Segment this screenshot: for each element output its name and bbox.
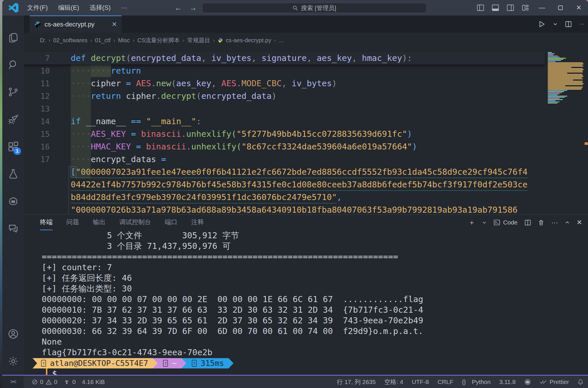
breadcrumb-item[interactable]: D: (40, 37, 46, 44)
run-debug-icon[interactable] (2, 105, 24, 133)
eol-status[interactable]: CRLF (438, 379, 453, 385)
terminal-line: 5 个文件 305,912 字节 (24, 230, 588, 241)
breadcrumb-item[interactable]: CS流量分析脚本 (137, 37, 180, 44)
run-python-file-icon[interactable] (538, 20, 545, 28)
editor-more-actions-icon[interactable]: ··· (579, 22, 584, 27)
tab-cs-aes-decrypt[interactable]: cs-aes-decrypt.py ✕ (30, 16, 122, 33)
search-sidebar-icon[interactable] (2, 51, 24, 78)
testing-icon[interactable] (2, 160, 24, 187)
panel-tab-5[interactable]: 注释 (191, 215, 204, 230)
breadcrumb[interactable]: D:›02_softwares›01_ctf›Misc›CS流量分析脚本›常规题… (24, 33, 588, 48)
menu-item[interactable]: 文件(F) (23, 2, 52, 13)
code-line[interactable]: 14if __name__ == "__main__": (24, 115, 545, 128)
comments-icon[interactable] (2, 215, 24, 242)
split-terminal-icon[interactable] (524, 219, 531, 226)
breadcrumb-item[interactable]: ... (279, 37, 284, 44)
breadcrumb-item[interactable]: cs-aes-decrypt.py (226, 37, 271, 44)
panel-tab-terminal[interactable]: 终端 (40, 215, 53, 230)
maximize-panel-icon[interactable] (565, 220, 570, 225)
extensions-badge: 1 (14, 147, 21, 155)
breadcrumb-item[interactable]: 常规题目 (187, 37, 210, 44)
remote-indicator[interactable]: >< (2, 376, 24, 388)
minimize-button[interactable]: — (533, 0, 551, 16)
panel-tab-1[interactable]: 问题 (66, 215, 79, 230)
code-line[interactable]: 7def decrypt(encrypted_data, iv_bytes, s… (24, 52, 545, 64)
menu-item[interactable]: ··· (117, 3, 131, 13)
kill-terminal-icon[interactable] (538, 219, 544, 226)
terminal-instance-label: Code (503, 219, 518, 226)
code-line[interactable]: 04422e1f4b7757b992c9784b76bf45e58b3f4315… (24, 178, 545, 191)
minimap-row (548, 83, 584, 84)
panel-tab-3[interactable]: 调试控制台 (119, 215, 151, 230)
python-version[interactable]: 3.11.8 (499, 379, 516, 385)
terminal-line: None (24, 337, 588, 347)
cursor-position[interactable]: 行 17, 列 2635 (337, 378, 376, 386)
terminal-dropdown-icon[interactable] (482, 220, 487, 225)
terminal-line: 00000030: 66 32 39 64 39 7D 6F 00 6D 00 … (24, 326, 588, 337)
breadcrumb-item[interactable]: 01_ctf (95, 37, 110, 44)
tab-close-icon[interactable]: ✕ (112, 21, 117, 28)
command-center-search[interactable]: 搜索 [管理员] (202, 3, 426, 13)
settings-gear-icon[interactable] (2, 347, 24, 375)
minimap[interactable] (548, 52, 587, 104)
minimap-row (548, 101, 560, 102)
close-window-button[interactable]: ✕ (570, 0, 588, 16)
breadcrumb-item[interactable]: 02_softwares (53, 37, 87, 44)
explorer-icon[interactable] (2, 24, 24, 51)
formatter-status[interactable]: Prettier (540, 379, 569, 385)
code-line[interactable]: 12····return cipher.decrypt(encrypted_da… (24, 90, 545, 102)
breadcrumb-item[interactable]: Misc (118, 37, 130, 44)
code-line[interactable]: 13 (24, 102, 545, 115)
minimap-row (548, 61, 556, 62)
code-line[interactable]: "0000007026b33a71a978b63ad688a89b3458a64… (24, 203, 545, 214)
code-text: 04422e1f4b7757b992c9784b76bf45e58b3f4315… (57, 180, 528, 189)
minimap-row (548, 87, 583, 87)
code-line[interactable]: 15····AES_KEY = binascii.unhexlify("5f27… (24, 128, 545, 140)
run-dropdown-icon[interactable] (553, 22, 558, 26)
minimap-row (548, 74, 582, 75)
extensions-icon[interactable]: 1 (2, 133, 24, 160)
copilot-icon[interactable] (2, 187, 24, 215)
toggle-sidebar-icon[interactable] (473, 0, 488, 16)
new-terminal-icon[interactable]: ＋ (468, 218, 475, 227)
line-number: 17 (24, 155, 57, 164)
code-line[interactable]: 16····HMAC_KEY = binascii.unhexlify("8c6… (24, 140, 545, 153)
customize-layout-icon[interactable] (518, 0, 533, 16)
chevron-right-icon: › (274, 37, 276, 43)
account-icon[interactable] (2, 320, 24, 347)
code-line[interactable]: ["0000007023a91fee1e47eee0f0f6b41121e2fc… (24, 166, 545, 178)
minimap-row (548, 96, 567, 97)
code-editor[interactable]: 7def decrypt(encrypted_data, iv_bytes, s… (24, 48, 588, 214)
ports-status[interactable]: 0 (64, 379, 76, 385)
language-mode[interactable]: { } Python (462, 379, 491, 385)
encoding-status[interactable]: UTF-8 (412, 379, 429, 385)
prompt-dollar-line[interactable]: $ (24, 368, 588, 375)
line-number: 7 (24, 54, 57, 63)
menu-item[interactable]: 选择(S) (85, 2, 114, 13)
problems-status[interactable]: 0 0 (32, 379, 57, 385)
nav-back-icon[interactable]: ← (175, 3, 182, 12)
copilot-status-icon[interactable] (524, 379, 531, 385)
toggle-panel-icon[interactable] (488, 0, 503, 16)
maximize-button[interactable] (551, 0, 570, 16)
close-panel-icon[interactable]: ✕ (576, 218, 582, 226)
panel-more-actions-icon[interactable]: ··· (551, 218, 558, 226)
terminal-instance[interactable]: Code (493, 219, 518, 226)
code-line[interactable]: b84dd28dfe3fc979eb3970c24f039951f1dc3607… (24, 191, 545, 203)
nav-forward-icon[interactable]: → (189, 3, 197, 12)
panel-tab-2[interactable]: 输出 (93, 215, 106, 230)
code-line[interactable]: 17····encrypt_datas = (24, 153, 545, 166)
split-editor-icon[interactable] (565, 21, 572, 28)
terminal-output[interactable]: 5 个文件 305,912 字节 3 个目录 71,437,950,976 可=… (24, 230, 588, 375)
minimap-row (548, 58, 566, 59)
minimap-row (548, 77, 582, 78)
size-status[interactable]: 4.16 KiB (82, 379, 105, 385)
menu-item[interactable]: 编辑(E) (54, 2, 83, 13)
code-line[interactable]: 11····cipher = AES.new(aes_key, AES.MODE… (24, 77, 545, 90)
notifications-bell-icon[interactable] (578, 379, 583, 385)
panel-tab-4[interactable]: 端口 (165, 215, 177, 230)
toggle-secondary-sidebar-icon[interactable] (503, 0, 518, 16)
source-control-icon[interactable] (2, 78, 24, 105)
minimap-row (548, 85, 565, 86)
indentation-status[interactable]: 空格: 4 (384, 378, 403, 386)
